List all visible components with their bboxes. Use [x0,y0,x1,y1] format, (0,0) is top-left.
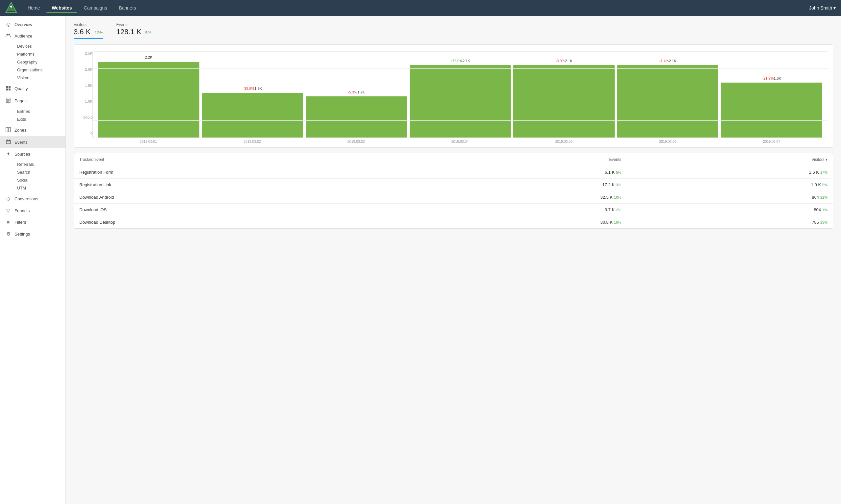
x-label-6: 2019.03.07 [721,140,822,143]
main-content: Visitors 3.6 K 12% Events 128.1 K 5% [66,16,841,504]
events-table: Tracked event Events Visitors ▾ Registra… [74,153,833,228]
nav-campaigns[interactable]: Campaigns [79,3,112,13]
sidebar-item-exits[interactable]: Exits [15,115,66,123]
metric-events: Events 128.1 K 5% [117,22,152,39]
sidebar-item-settings[interactable]: ⚙ Settings [0,228,66,240]
bar-group-2: -5.3%1.2K [306,51,407,138]
table-body: Registration Form6.1 K5%1.6 K17%Registra… [74,166,833,229]
metric-visitors: Visitors 3.6 K 12% [74,22,103,39]
logo-icon [5,2,17,14]
sidebar-item-zones[interactable]: Zones [0,124,66,136]
sidebar-item-events[interactable]: Events [0,136,66,148]
bar-5[interactable] [617,65,719,138]
visitors-change: 12% [95,30,103,35]
sidebar-item-funnels[interactable]: ▽ Funnels [0,205,66,216]
sidebar-item-entries[interactable]: Entries [15,108,66,115]
sidebar-item-utm[interactable]: UTM [15,184,66,192]
sidebar-item-visitors[interactable]: Visitors [15,74,66,82]
bar-label-6: -21.9%1.6K [762,75,782,81]
svg-point-4 [8,34,10,36]
table-header-row: Tracked event Events Visitors ▾ [74,153,833,166]
bar-4[interactable] [513,65,615,138]
bar-label-2: -5.3%1.2K [348,89,364,95]
audience-icon [5,33,11,39]
table-row: Download Android32.5 K10%86422% [74,191,833,204]
cell-events-0: 6.1 K5% [404,166,626,179]
bar-group-4: -0.9%2.1K [513,51,615,138]
svg-point-2 [10,5,12,7]
cell-events-3: 3.7 K2% [404,204,626,216]
events-change: 5% [145,30,152,35]
app-body: ◎ Overview Audience Devices Platforms Ge… [0,16,841,504]
sidebar-item-organizations[interactable]: Organizations [15,66,66,74]
cell-visitors-4: 78523% [626,216,833,229]
sidebar-item-search[interactable]: Search [15,168,66,176]
bar-6[interactable] [721,83,822,138]
settings-icon: ⚙ [5,231,11,237]
pages-icon [5,98,11,104]
nav-links: Home Websites Campaigns Banners [22,3,809,13]
nav-banners[interactable]: Banners [113,3,141,13]
cell-events-4: 30.8 K10% [404,216,626,229]
nav-websites[interactable]: Websites [47,3,77,13]
col-visitors[interactable]: Visitors ▾ [626,153,833,166]
sidebar-item-conversions[interactable]: ◇ Conversions [0,193,66,205]
bar-group-6: -21.9%1.6K [721,51,822,138]
bar-0[interactable] [98,62,199,138]
chart-card: 2.5K 2.0K 1.5K 1.0K 500.0 0 [74,44,833,148]
svg-rect-7 [6,89,8,90]
filters-icon: ≡ [5,219,11,225]
cell-visitors-2: 86422% [626,191,833,204]
sidebar-item-referrals[interactable]: Referrals [15,161,66,168]
x-label-4: 2019.03.05 [513,140,615,143]
visitors-label: Visitors [74,22,103,27]
svg-rect-14 [8,127,11,132]
visitors-underline [74,38,103,39]
sidebar-item-audience[interactable]: Audience [0,30,66,42]
top-nav: Home Websites Campaigns Banners John Smi… [0,0,841,16]
sidebar-item-devices[interactable]: Devices [15,42,66,50]
sidebar-item-social[interactable]: Social [15,176,66,184]
x-label-5: 2019.03.06 [617,140,719,143]
sidebar-item-geography[interactable]: Geography [15,58,66,66]
bar-3[interactable] [410,65,511,138]
bar-label-4: -0.9%2.1K [555,58,572,64]
overview-icon: ◎ [5,21,11,27]
sidebar-item-pages[interactable]: Pages [0,95,66,107]
cell-event-1: Registration Link [74,179,404,191]
audience-submenu: Devices Platforms Geography Organization… [0,42,66,83]
bar-label-3: +73.0%2.1K [450,58,470,64]
metrics-row: Visitors 3.6 K 12% Events 128.1 K 5% [74,22,833,39]
sources-icon: ✦ [5,151,11,157]
x-label-3: 2019.03.04 [409,140,511,143]
cell-event-3: Download iOS [74,204,404,216]
sidebar-item-filters[interactable]: ≡ Filters [0,216,66,228]
events-icon [5,139,11,145]
user-menu[interactable]: John Smith ▾ [809,5,836,11]
funnels-icon: ▽ [5,208,11,214]
table-row: Registration Link17.2 K3%1.0 K5% [74,179,833,191]
sidebar-item-platforms[interactable]: Platforms [15,50,66,58]
cell-visitors-3: 8041% [626,204,833,216]
zones-icon [5,127,11,133]
bar-label-5: -1.4%2.1K [659,58,676,64]
cell-event-2: Download Android [74,191,404,204]
events-label: Events [117,22,152,27]
visitors-value: 3.6 K 12% [74,28,103,36]
bar-2[interactable] [306,96,407,138]
cell-event-4: Download Desktop [74,216,404,229]
conversions-icon: ◇ [5,196,11,202]
cell-visitors-0: 1.6 K17% [626,166,833,179]
quality-icon [5,86,11,92]
sidebar-item-overview[interactable]: ◎ Overview [0,18,66,30]
pages-submenu: Entries Exits [0,107,66,124]
sidebar: ◎ Overview Audience Devices Platforms Ge… [0,16,66,504]
bar-label-1: -39.8%1.3K [243,86,262,91]
sidebar-item-quality[interactable]: Quality [0,83,66,95]
bar-1[interactable] [202,93,303,138]
sidebar-item-sources[interactable]: ✦ Sources [0,148,66,160]
svg-point-3 [6,34,8,36]
bar-group-3: +73.0%2.1K [410,51,511,138]
table-row: Download Desktop30.8 K10%78523% [74,216,833,229]
nav-home[interactable]: Home [22,3,45,13]
